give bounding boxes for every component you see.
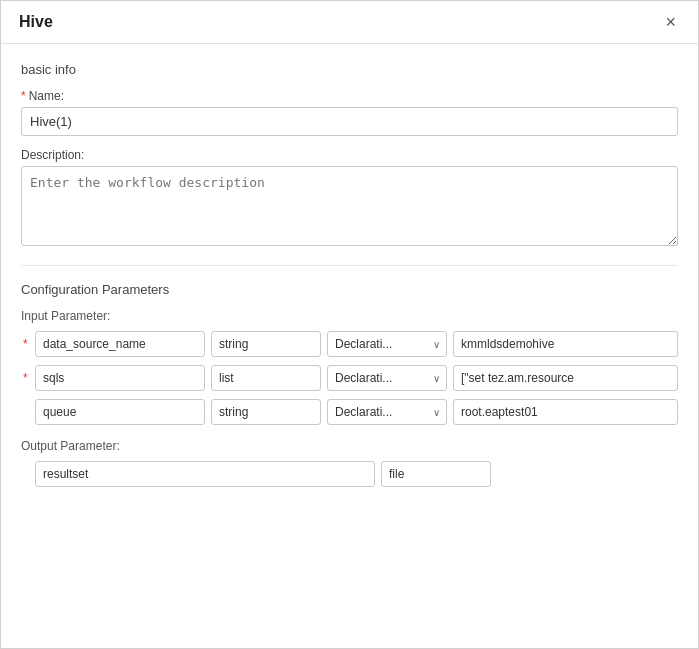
param-1-decl-select[interactable]: Declarati... Declaration Expression Cust… — [327, 331, 447, 357]
output-param-name-input[interactable] — [35, 461, 375, 487]
config-section: Configuration Parameters Input Parameter… — [21, 282, 678, 487]
param-1-value-input[interactable] — [453, 331, 678, 357]
input-param-label: Input Parameter: — [21, 309, 678, 323]
param-1-name-input[interactable] — [35, 331, 205, 357]
param-2-decl-select[interactable]: Declarati... Declaration Expression Cust… — [327, 365, 447, 391]
param-3-type-input[interactable] — [211, 399, 321, 425]
name-field-group: * Name: — [21, 89, 678, 136]
param-1-required-star: * — [23, 337, 28, 351]
param-2-decl-wrapper: Declarati... Declaration Expression Cust… — [327, 365, 447, 391]
dialog-title: Hive — [19, 13, 53, 31]
config-section-title: Configuration Parameters — [21, 282, 678, 297]
param-2-name-input[interactable] — [35, 365, 205, 391]
output-param-label: Output Parameter: — [21, 439, 678, 453]
param-1-type-input[interactable] — [211, 331, 321, 357]
param-2-required-star: * — [23, 371, 28, 385]
input-params-container: * Declarati... Declaration Expression Cu… — [21, 331, 678, 425]
description-input[interactable] — [21, 166, 678, 246]
dialog-header: Hive × — [1, 1, 698, 44]
hive-dialog: Hive × basic info * Name: Description: C… — [0, 0, 699, 649]
description-label: Description: — [21, 148, 678, 162]
param-3-value-input[interactable] — [453, 399, 678, 425]
name-input[interactable] — [21, 107, 678, 136]
name-label: * Name: — [21, 89, 678, 103]
output-param-section: Output Parameter: — [21, 439, 678, 487]
param-3-decl-select[interactable]: Declarati... Declaration Expression Cust… — [327, 399, 447, 425]
param-3-name-input[interactable] — [35, 399, 205, 425]
param-3-decl-wrapper: Declarati... Declaration Expression Cust… — [327, 399, 447, 425]
output-param-row-1 — [35, 461, 678, 487]
param-2-type-input[interactable] — [211, 365, 321, 391]
section-divider — [21, 265, 678, 266]
basic-info-title: basic info — [21, 62, 678, 77]
output-param-type-input[interactable] — [381, 461, 491, 487]
param-row-3: Declarati... Declaration Expression Cust… — [35, 399, 678, 425]
param-row-2: * Declarati... Declaration Expression Cu… — [35, 365, 678, 391]
name-required-star: * — [21, 89, 26, 103]
output-params-container — [21, 461, 678, 487]
param-row-1: * Declarati... Declaration Expression Cu… — [35, 331, 678, 357]
param-2-value-input[interactable] — [453, 365, 678, 391]
close-button[interactable]: × — [661, 11, 680, 33]
param-1-decl-wrapper: Declarati... Declaration Expression Cust… — [327, 331, 447, 357]
description-field-group: Description: — [21, 148, 678, 249]
dialog-body: basic info * Name: Description: Configur… — [1, 44, 698, 648]
